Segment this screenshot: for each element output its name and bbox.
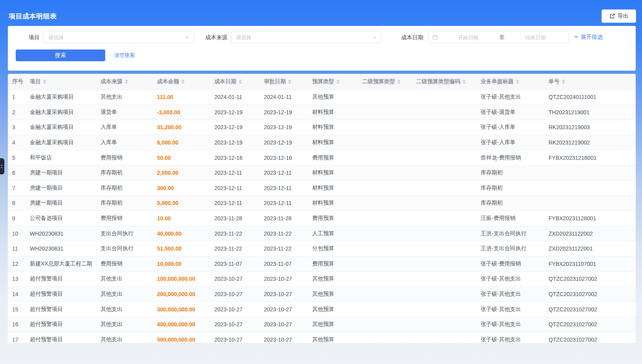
table-cell: 10	[8, 226, 26, 241]
table-cell	[358, 226, 412, 241]
table-row[interactable]: 3金融大厦采购项目入库单31,200.002023-12-192023-12-1…	[8, 120, 636, 135]
table-cell	[412, 256, 477, 272]
table-row[interactable]: 4金融大厦采购项目入库单6,000.002023-12-192023-12-19…	[8, 135, 636, 150]
table-cell: 2023-11-22	[210, 241, 260, 256]
table-cell: 2023-12-11	[210, 181, 260, 196]
table-row[interactable]: 14超付预警项目其他支出200,000,000.002023-10-272023…	[8, 287, 636, 302]
table-cell: 分包预算	[308, 241, 358, 256]
table-cell: 6	[8, 165, 26, 181]
table-cell: 2023-11-22	[260, 241, 308, 256]
sort-icon[interactable]	[288, 79, 291, 84]
table-cell: 10.00	[153, 211, 210, 226]
column-header-4[interactable]: 成本金额	[153, 74, 210, 90]
start-date-input[interactable]	[439, 35, 497, 40]
table-cell: TH20231219001	[545, 105, 636, 120]
table-cell: 其他预算	[308, 271, 358, 287]
end-date-input[interactable]	[507, 35, 565, 40]
table-cell: 200,000,000.00	[153, 287, 210, 302]
column-header-10[interactable]: 业务单据标题	[477, 74, 545, 90]
table-cell: 2023-12-19	[260, 120, 308, 135]
table-cell	[358, 181, 412, 196]
table-cell	[358, 271, 412, 287]
sort-icon[interactable]	[181, 79, 185, 84]
project-select-input[interactable]	[44, 35, 185, 40]
column-header-8[interactable]: 二级预算类型	[358, 74, 412, 90]
column-header-7[interactable]: 预算类型	[308, 74, 358, 90]
table-cell: 11	[8, 241, 26, 256]
column-header-9[interactable]: 二级预算类型编码	[412, 74, 477, 90]
table-row[interactable]: 5和平饭店费用报销50.002023-12-162023-12-16费用预算曾祥…	[8, 150, 636, 165]
cost-source-filter-label: 成本来源	[205, 31, 227, 43]
table-row[interactable]: 8房建一期项目库存期初5,000.002023-12-112023-12-11材…	[8, 196, 636, 211]
export-button[interactable]: 导出	[602, 9, 636, 23]
table-row[interactable]: 9公司备选项目费用报销10.002023-11-282023-11-28费用预算…	[8, 211, 636, 226]
table-cell: 300,000,000.00	[153, 302, 210, 317]
table-cell	[412, 90, 477, 105]
table-row[interactable]: 7房建一期项目库存期初300.002023-12-112023-12-11材料预…	[8, 181, 636, 196]
table-cell: 其他支出	[97, 302, 153, 317]
table-body: 1金融大厦采购项目其他支出111.002024-01-112024-01-11其…	[8, 90, 636, 343]
table-row[interactable]: 17超付预警项目其他支出500,000,000.002023-10-272023…	[8, 332, 636, 343]
table-cell	[358, 256, 412, 272]
table-row[interactable]: 15超付预警项目其他支出300,000,000.002023-10-272023…	[8, 302, 636, 317]
chevron-down-icon	[185, 35, 190, 40]
clear-search-link[interactable]: 清空搜索	[114, 49, 135, 61]
table-row[interactable]: 2金融大厦采购项目退货单-3,000.002023-12-192023-12-1…	[8, 105, 636, 120]
table-row[interactable]: 11WH20230831支出合同执行51,500.002023-11-22202…	[8, 241, 636, 256]
expand-filters-link[interactable]: 展开筛选	[574, 31, 603, 43]
column-header-2[interactable]: 项目	[26, 74, 97, 90]
table-cell	[358, 105, 412, 120]
table-cell	[412, 181, 477, 196]
sort-icon[interactable]	[562, 79, 565, 84]
table-cell	[412, 317, 477, 332]
table-row[interactable]: 6房建一期项目库存期初2,000.002023-12-112023-12-11材…	[8, 165, 636, 181]
export-label: 导出	[618, 13, 629, 20]
table-cell: QTZC20240111001	[545, 90, 636, 105]
calendar-icon	[432, 35, 438, 40]
sidebar-toggle-handle[interactable]	[0, 158, 4, 174]
cost-date-range-picker[interactable]: 至	[428, 31, 569, 43]
table-cell: 16	[8, 317, 26, 332]
table-cell: 2023-10-27	[210, 317, 260, 332]
column-header-label: 成本来源	[101, 78, 123, 85]
table-cell: 2023-12-19	[210, 120, 260, 135]
sort-icon[interactable]	[125, 79, 128, 84]
table-cell: 超付预警项目	[26, 317, 97, 332]
column-header-3[interactable]: 成本来源	[97, 74, 153, 90]
table-row[interactable]: 13超付预警项目其他支出100,000,000.002023-10-272023…	[8, 271, 636, 287]
table-cell: 2023-11-07	[210, 256, 260, 272]
table-cell	[358, 317, 412, 332]
handle-grip-icon	[1, 167, 2, 168]
table-cell	[412, 332, 477, 343]
table-cell	[358, 196, 412, 211]
table-cell: 超付预警项目	[26, 271, 97, 287]
sort-icon[interactable]	[463, 79, 466, 84]
table-row[interactable]: 10WH20230831支出合同执行40,000.002023-11-22202…	[8, 226, 636, 241]
cost-source-select[interactable]	[231, 31, 381, 43]
table-row[interactable]: 12新建XX总部大厦工程二期费用报销10,000.002023-11-07202…	[8, 256, 636, 272]
cost-source-select-input[interactable]	[231, 35, 372, 40]
table-cell: 2023-12-19	[260, 135, 308, 150]
sort-icon[interactable]	[239, 79, 242, 84]
table-cell: 2023-10-27	[260, 271, 308, 287]
sort-icon[interactable]	[337, 79, 340, 84]
sort-icon[interactable]	[397, 79, 401, 84]
table-cell: 其他预算	[308, 287, 358, 302]
table-cell: QTZC20231027002	[545, 332, 636, 343]
table-cell	[412, 211, 477, 226]
search-button[interactable]: 搜索	[16, 49, 105, 61]
handle-grip-icon	[1, 165, 2, 166]
column-header-5[interactable]: 成本日期	[210, 74, 260, 90]
table-cell: 和平饭店	[26, 150, 97, 165]
sort-icon[interactable]	[516, 79, 519, 84]
table-row[interactable]: 16超付预警项目其他支出400,000,000.002023-10-272023…	[8, 317, 636, 332]
project-select[interactable]	[43, 31, 194, 43]
table-cell: 张子硕-费用报销	[477, 256, 545, 272]
column-header-6[interactable]: 审批日期	[260, 74, 308, 90]
table-cell	[358, 332, 412, 343]
table-row[interactable]: 1金融大厦采购项目其他支出111.002024-01-112024-01-11其…	[8, 90, 636, 105]
sort-icon[interactable]	[43, 79, 46, 84]
column-header-11[interactable]: 单号	[545, 74, 636, 90]
table-cell: 费用报销	[97, 256, 153, 272]
table-cell: FYBX20231216001	[545, 150, 636, 165]
